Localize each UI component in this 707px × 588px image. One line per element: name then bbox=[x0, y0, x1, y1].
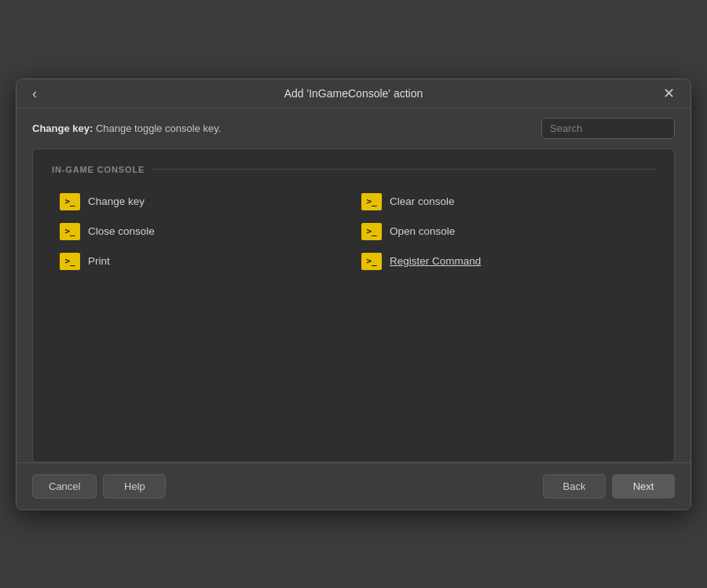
action-icon-print: >_ bbox=[60, 253, 80, 270]
group-label: IN-GAME CONSOLE bbox=[52, 165, 655, 174]
dialog-title: Add 'InGameConsole' action bbox=[284, 87, 423, 100]
dialog: ‹ Add 'InGameConsole' action ✕ Change ke… bbox=[16, 79, 691, 510]
actions-grid: >_Change key>_Close console>_Print>_Clea… bbox=[52, 187, 655, 276]
header-description: Change key: Change toggle console key. bbox=[32, 122, 221, 134]
action-label-change-key: Change key bbox=[88, 195, 145, 207]
action-label-close-console: Close console bbox=[88, 225, 155, 237]
action-item-change-key[interactable]: >_Change key bbox=[52, 187, 354, 217]
action-item-print[interactable]: >_Print bbox=[52, 247, 354, 276]
footer-right: Back Next bbox=[543, 474, 675, 499]
cancel-button[interactable]: Cancel bbox=[32, 474, 97, 499]
close-button[interactable]: ✕ bbox=[658, 85, 680, 102]
action-icon-open-console: >_ bbox=[361, 223, 382, 240]
action-icon-change-key: >_ bbox=[60, 193, 80, 210]
action-icon-close-console: >_ bbox=[60, 223, 80, 240]
action-label-print: Print bbox=[88, 255, 110, 267]
action-item-clear-console[interactable]: >_Clear console bbox=[354, 187, 655, 217]
action-item-open-console[interactable]: >_Open console bbox=[354, 217, 655, 247]
action-item-close-console[interactable]: >_Close console bbox=[52, 217, 354, 247]
action-label-register-command: Register Command bbox=[390, 255, 481, 267]
search-input[interactable] bbox=[541, 118, 675, 139]
help-button[interactable]: Help bbox=[103, 474, 166, 499]
footer: Cancel Help Back Next bbox=[16, 462, 691, 509]
action-icon-register-command: >_ bbox=[361, 253, 382, 270]
header-rest: Change toggle console key. bbox=[93, 122, 221, 134]
header-area: Change key: Change toggle console key. bbox=[16, 108, 691, 148]
back-button[interactable]: Back bbox=[543, 474, 606, 499]
back-arrow-button[interactable]: ‹ bbox=[27, 85, 42, 102]
action-item-register-command[interactable]: >_Register Command bbox=[354, 247, 655, 276]
action-label-clear-console: Clear console bbox=[390, 195, 455, 207]
footer-left: Cancel Help bbox=[32, 474, 166, 499]
content-panel: IN-GAME CONSOLE >_Change key>_Close cons… bbox=[32, 148, 675, 462]
action-label-open-console: Open console bbox=[390, 225, 455, 237]
next-button[interactable]: Next bbox=[612, 474, 675, 499]
header-bold: Change key: bbox=[32, 122, 93, 134]
action-icon-clear-console: >_ bbox=[361, 193, 382, 210]
title-bar: ‹ Add 'InGameConsole' action ✕ bbox=[16, 79, 691, 108]
